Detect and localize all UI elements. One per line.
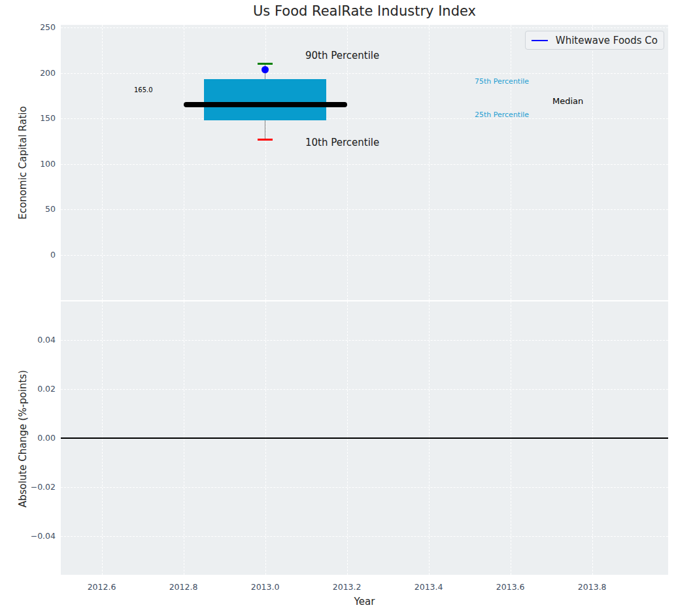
- p90-cap: [258, 63, 273, 65]
- legend: Whitewave Foods Co: [525, 31, 664, 50]
- y-tick-label: 100: [16, 159, 56, 169]
- y-tick-label: −0.02: [16, 482, 56, 492]
- q25-annotation: 25th Percentile: [475, 111, 529, 119]
- figure: Us Food RealRate Industry Index Economic…: [0, 0, 676, 616]
- gridline: [61, 536, 668, 537]
- gridline: [511, 25, 511, 300]
- y-tick-label: 0: [16, 250, 56, 260]
- y-tick-label: 200: [16, 68, 56, 78]
- gridline: [61, 255, 668, 256]
- gridline: [61, 487, 668, 488]
- x-axis-label: Year: [61, 596, 668, 607]
- gridline: [61, 389, 668, 390]
- y-tick-label: 250: [16, 22, 56, 32]
- x-tick-label: 2013.6: [488, 582, 533, 592]
- x-tick-label: 2013.4: [406, 582, 452, 592]
- x-tick-label: 2013.2: [324, 582, 370, 592]
- q75-annotation: 75th Percentile: [475, 77, 529, 86]
- legend-label: Whitewave Foods Co: [556, 35, 658, 46]
- gridline: [61, 27, 668, 28]
- gridline: [61, 73, 668, 74]
- y-tick-label: 0.04: [16, 335, 56, 345]
- gridline: [61, 164, 668, 165]
- gridline: [184, 25, 184, 300]
- gridline: [429, 25, 430, 300]
- gridline: [61, 118, 668, 119]
- zero-line: [61, 437, 668, 439]
- y-tick-label: 50: [16, 204, 56, 214]
- y-tick-label: −0.04: [16, 531, 56, 541]
- top-subplot: [61, 25, 668, 300]
- p90-annotation: 90th Percentile: [305, 50, 379, 61]
- y-tick-label: 0.02: [16, 384, 56, 394]
- median-value-label: 165.0: [134, 86, 153, 94]
- x-tick-label: 2013.8: [569, 582, 615, 592]
- median-line: [184, 102, 347, 107]
- p10-cap: [258, 139, 273, 141]
- gridline: [347, 25, 348, 300]
- x-tick-label: 2013.0: [243, 582, 288, 592]
- x-tick-label: 2012.8: [161, 582, 207, 592]
- median-annotation: Median: [552, 96, 583, 106]
- y-tick-label: 150: [16, 113, 56, 123]
- gridline: [61, 340, 668, 341]
- iqr-box: [204, 79, 327, 120]
- x-tick-label: 2012.6: [79, 582, 125, 592]
- legend-line-sample: [532, 40, 548, 41]
- gridline: [61, 209, 668, 210]
- gridline: [102, 25, 103, 300]
- p10-annotation: 10th Percentile: [305, 137, 379, 148]
- company-data-point: [262, 66, 269, 73]
- bottom-subplot: [61, 301, 668, 575]
- gridline: [592, 25, 593, 300]
- y-tick-label: 0.00: [16, 433, 56, 443]
- chart-title: Us Food RealRate Industry Index: [61, 3, 668, 19]
